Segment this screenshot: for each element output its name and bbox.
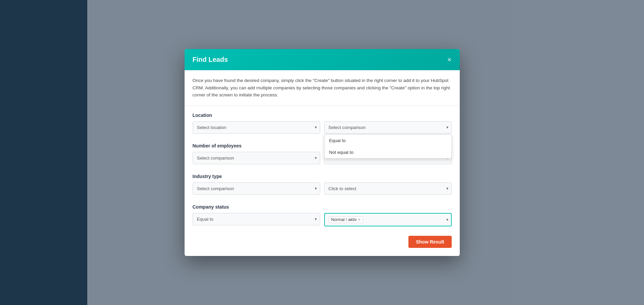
company-status-filter-row: Equal to ▾ Normal / aktiv × (193, 213, 452, 226)
company-status-comparison-wrapper: Equal to ▾ (193, 213, 320, 225)
company-status-tag: Normal / aktiv × (329, 216, 363, 223)
company-status-tag-remove[interactable]: × (358, 217, 361, 222)
modal-body: Once you have found the desired company,… (185, 70, 460, 256)
modal-title: Find Leads (193, 56, 228, 63)
section-location-label: Location (193, 113, 452, 118)
company-status-comparison-select[interactable]: Equal to (193, 213, 320, 225)
section-location: Location Select location ▾ Select compar… (193, 113, 452, 134)
dropdown-item-equal-to[interactable]: Equal to (325, 135, 451, 146)
modal-close-button[interactable]: × (447, 56, 452, 63)
industry-comparison-wrapper: Select comparison ▾ (193, 182, 320, 195)
employees-comparison-wrapper: Select comparison ▾ (193, 152, 320, 164)
industry-value-select[interactable]: Click to select (324, 182, 452, 195)
info-text: Once you have found the desired company,… (185, 70, 460, 106)
company-status-tag-label: Normal / aktiv (331, 217, 357, 222)
section-company-status-label: Company status (193, 204, 452, 210)
show-result-row: Show Result (193, 236, 452, 248)
company-status-value-wrapper: Normal / aktiv × ▾ (324, 213, 452, 226)
industry-filter-row: Select comparison ▾ Click to select ▾ (193, 182, 452, 195)
form-container: Location Select location ▾ Select compar… (185, 106, 460, 256)
show-result-button[interactable]: Show Result (408, 236, 451, 248)
location-comparison-select[interactable]: Select comparison (324, 121, 452, 134)
employees-comparison-select[interactable]: Select comparison (193, 152, 320, 164)
industry-value-wrapper: Click to select ▾ (324, 182, 452, 195)
find-leads-modal: Find Leads × Once you have found the des… (185, 49, 460, 256)
location-select[interactable]: Select location (193, 121, 320, 134)
location-filter-row: Select location ▾ Select comparison ▾ (193, 121, 452, 134)
location-comparison-dropdown: Equal to Not equal to (324, 134, 452, 159)
company-status-value-tag-select[interactable]: Normal / aktiv × (324, 213, 452, 226)
modal-header: Find Leads × (185, 49, 460, 70)
location-select-wrapper: Select location ▾ (193, 121, 320, 134)
section-company-status: Company status Equal to ▾ (193, 204, 452, 226)
section-industry: Industry type Select comparison ▾ Click … (193, 174, 452, 195)
section-industry-label: Industry type (193, 174, 452, 179)
dropdown-item-not-equal-to[interactable]: Not equal to (325, 146, 451, 158)
industry-comparison-select[interactable]: Select comparison (193, 182, 320, 195)
location-comparison-wrapper: Select comparison ▾ Equal to Not equal t… (324, 121, 452, 134)
